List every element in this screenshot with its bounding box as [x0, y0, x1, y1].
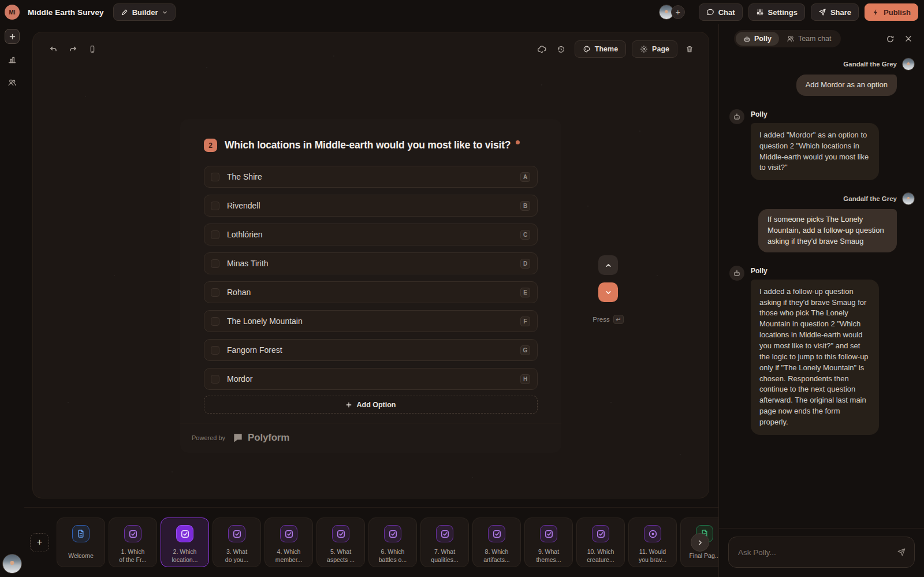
- share-button[interactable]: Share: [811, 3, 859, 21]
- message-bubble: I added "Mordor" as an option to questio…: [751, 123, 879, 180]
- people-icon: [787, 35, 795, 43]
- option-checkbox[interactable]: [211, 317, 219, 326]
- question-title[interactable]: Which locations in Middle-earth would yo…: [225, 139, 511, 151]
- option-checkbox[interactable]: [211, 259, 219, 268]
- answer-option[interactable]: Fangorn Forest G: [204, 339, 538, 361]
- page-type-icon: [488, 525, 505, 542]
- answer-option[interactable]: The Shire A: [204, 166, 538, 188]
- page-thumbnail-label: Welcome: [57, 548, 105, 565]
- invite-button[interactable]: +: [671, 5, 685, 19]
- answer-option[interactable]: Rohan E: [204, 281, 538, 303]
- audience-button[interactable]: [5, 75, 20, 90]
- message-sender: Gandalf the Grey: [843, 195, 897, 202]
- page-type-icon: [436, 525, 453, 542]
- undo-button[interactable]: [46, 42, 61, 57]
- redo-button[interactable]: [65, 42, 80, 57]
- page-thumbnail-9[interactable]: 9. Whatthemes...: [524, 518, 573, 567]
- option-checkbox[interactable]: [211, 375, 219, 384]
- publish-button[interactable]: Publish: [865, 3, 918, 21]
- plus-icon: [9, 33, 16, 40]
- page-type-icon: [644, 525, 661, 542]
- chat-button[interactable]: Chat: [699, 3, 743, 21]
- page-thumbnail-5[interactable]: 5. Whataspects ...: [316, 518, 365, 567]
- chat-message-assistant: Polly I added "Mordor" as an option to q…: [727, 108, 915, 180]
- close-panel-button[interactable]: [901, 31, 916, 46]
- message-bubble: Add Mordor as an option: [796, 75, 897, 96]
- sync-status-icon: [534, 42, 549, 57]
- page-thumbnail-11[interactable]: 11. Wouldyou brav...: [628, 518, 677, 567]
- page-thumbnail-2[interactable]: 2. Whichlocation...: [161, 518, 209, 567]
- next-question-button[interactable]: [598, 282, 618, 302]
- left-rail: [0, 24, 24, 577]
- page-thumbnail-0[interactable]: Welcome: [57, 518, 105, 567]
- gandalf-avatar: [902, 58, 915, 70]
- tab-polly[interactable]: Polly: [736, 32, 779, 46]
- results-button[interactable]: [5, 52, 20, 67]
- theme-label: Theme: [595, 45, 618, 53]
- settings-button[interactable]: Settings: [748, 3, 805, 21]
- option-checkbox[interactable]: [211, 288, 219, 297]
- page-thumbnail-label: 1. Whichof the Fr...: [109, 548, 157, 565]
- gear-icon: [640, 45, 648, 53]
- add-page-button[interactable]: +: [30, 533, 49, 552]
- option-label: Lothlórien: [227, 230, 520, 239]
- send-message-button[interactable]: [897, 548, 906, 557]
- scroll-pages-right-button[interactable]: [691, 533, 709, 552]
- message-bubble: I added a follow-up question asking if t…: [751, 280, 879, 435]
- previous-question-button[interactable]: [598, 255, 618, 275]
- page-thumbnail-7[interactable]: 7. Whatqualities...: [420, 518, 469, 567]
- option-checkbox[interactable]: [211, 346, 219, 355]
- page-thumbnail-6[interactable]: 6. Whichbattles o...: [368, 518, 417, 567]
- answer-option[interactable]: Rivendell B: [204, 195, 538, 217]
- option-checkbox[interactable]: [211, 230, 219, 239]
- page-thumbnail-3[interactable]: 3. Whatdo you...: [213, 518, 261, 567]
- chat-input-box[interactable]: [728, 537, 915, 568]
- answer-option[interactable]: Lothlórien C: [204, 224, 538, 245]
- user-avatar[interactable]: [2, 554, 22, 574]
- page-thumbnail-label: 7. Whatqualities...: [421, 548, 468, 565]
- document-title: Middle Earth Survey: [28, 8, 104, 17]
- publish-label: Publish: [884, 8, 911, 17]
- gandalf-avatar: [902, 192, 915, 205]
- page-type-icon: [332, 525, 349, 542]
- polly-robot-avatar: [729, 266, 744, 281]
- option-checkbox[interactable]: [211, 202, 219, 210]
- polly-robot-avatar: [729, 109, 744, 124]
- workspace-avatar[interactable]: MI: [5, 5, 20, 20]
- ask-polly-input[interactable]: [738, 548, 897, 557]
- answer-option[interactable]: Minas Tirith D: [204, 252, 538, 274]
- tab-team-chat[interactable]: Team chat: [779, 32, 839, 46]
- chat-message-assistant: Polly I added a follow-up question askin…: [727, 265, 915, 435]
- option-key-badge: H: [520, 374, 530, 384]
- version-history-button[interactable]: [554, 42, 569, 57]
- robot-icon: [743, 35, 751, 43]
- chat-messages: Gandalf the Grey Add Mordor as an option…: [719, 52, 924, 528]
- add-option-button[interactable]: Add Option: [204, 396, 538, 414]
- question-number-badge: 2: [204, 139, 217, 152]
- option-key-badge: E: [520, 288, 530, 297]
- page-type-icon: [72, 525, 90, 542]
- option-checkbox[interactable]: [211, 173, 219, 181]
- chevron-down-icon: [605, 289, 612, 296]
- paper-plane-icon: [818, 8, 826, 16]
- chevron-down-icon: [162, 9, 168, 16]
- answer-option[interactable]: Mordor H: [204, 368, 538, 390]
- lightning-icon: [872, 9, 880, 16]
- tab-polly-label: Polly: [754, 35, 772, 43]
- page-thumbnail-1[interactable]: 1. Whichof the Fr...: [109, 518, 157, 567]
- add-block-button[interactable]: [5, 29, 20, 44]
- refresh-chat-button[interactable]: [882, 31, 897, 46]
- page-thumbnail-10[interactable]: 10. Whichcreature...: [576, 518, 625, 567]
- page-type-icon: [540, 525, 557, 542]
- theme-button[interactable]: Theme: [575, 40, 626, 58]
- builder-mode-button[interactable]: Builder: [113, 3, 176, 21]
- page-thumbnail-4[interactable]: 4. Whichmember...: [264, 518, 313, 567]
- page-thumbnail-8[interactable]: 8. Whichartifacts...: [472, 518, 521, 567]
- page-thumbnail-label: 8. Whichartifacts...: [473, 548, 520, 565]
- mobile-preview-button[interactable]: [85, 42, 100, 57]
- option-key-badge: C: [520, 230, 530, 240]
- answer-option[interactable]: The Lonely Mountain F: [204, 310, 538, 332]
- page-settings-button[interactable]: Page: [632, 40, 677, 58]
- page-type-icon: [228, 525, 245, 542]
- delete-page-button[interactable]: [682, 42, 697, 57]
